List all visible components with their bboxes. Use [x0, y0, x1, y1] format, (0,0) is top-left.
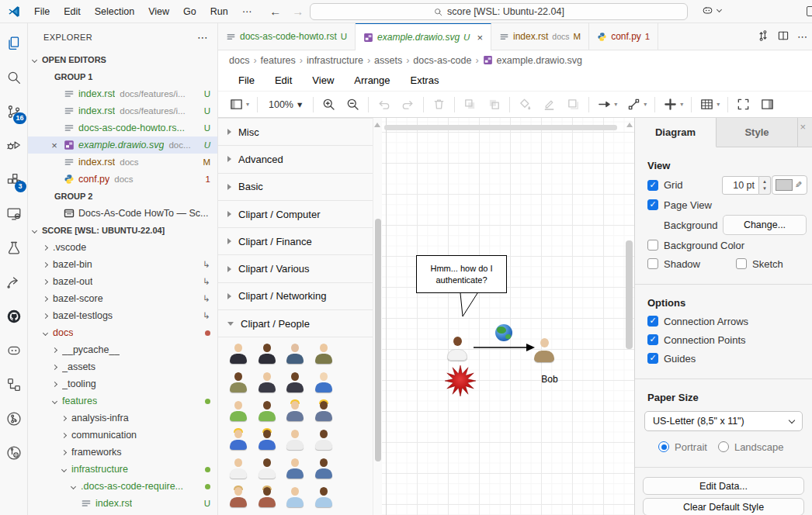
grid-size-input[interactable]: 10 pt [722, 176, 759, 195]
tree-item-communication[interactable]: communication [28, 427, 217, 444]
activity-source-control[interactable]: 16 [0, 95, 28, 129]
zoom-level-dropdown[interactable]: 100%▾ [261, 99, 310, 110]
landscape-radio[interactable] [718, 441, 729, 452]
menubar-item-go[interactable]: Go [176, 3, 203, 20]
people-shape-1[interactable] [258, 344, 276, 364]
back-arrow-icon[interactable]: ← [269, 5, 281, 18]
menubar-item-file[interactable]: File [27, 3, 57, 20]
drawio-menu-view[interactable]: View [304, 74, 342, 86]
edit-data-button[interactable]: Edit Data... [643, 477, 804, 495]
shape-section-clipartfinance[interactable]: Clipart / Finance [218, 228, 373, 255]
people-shape-9[interactable] [258, 401, 276, 421]
shape-section-clipartvarious[interactable]: Clipart / Various [218, 255, 373, 282]
connection-points-checkbox[interactable] [647, 334, 658, 345]
grid-color-button[interactable]: ✎ [772, 175, 807, 195]
shape-section-advanced[interactable]: Advanced [218, 146, 373, 173]
tree-item-docs[interactable]: docs [28, 324, 217, 341]
open-editor-item[interactable]: Docs-As-Code HowTo — Sc... [28, 205, 217, 222]
woman-figure-shape[interactable] [447, 337, 467, 361]
layout-toggle-icon[interactable] [807, 6, 812, 16]
activity-files[interactable] [0, 26, 28, 60]
fullscreen-button[interactable] [731, 95, 755, 115]
command-search-input[interactable]: score [WSL: Ubuntu-22.04] [310, 3, 688, 20]
change-background-button[interactable]: Change... [723, 215, 807, 235]
paper-size-select[interactable]: US-Letter (8,5" x 11") [644, 411, 803, 431]
breadcrumb-item[interactable]: features [261, 55, 296, 66]
breadcrumb-item[interactable]: docs [229, 55, 249, 66]
table-button[interactable]: ▾ [695, 95, 724, 115]
scrollbar-thumb[interactable] [626, 240, 633, 349]
open-editor-item[interactable]: docs-as-code-howto.rs...U [28, 119, 217, 137]
people-shape-13[interactable] [258, 430, 276, 450]
open-editor-item[interactable]: index.rstdocs/features/i...U [28, 102, 217, 119]
to-back-button[interactable] [482, 95, 506, 115]
drawio-menu-extras[interactable]: Extras [402, 74, 448, 86]
tree-item-features[interactable]: features [28, 392, 217, 410]
people-shape-21[interactable] [258, 487, 276, 507]
split-editor-button[interactable] [777, 29, 789, 44]
close-icon[interactable]: × [49, 140, 60, 151]
open-editor-item[interactable]: index.rstdocsM [28, 154, 217, 171]
tree-item-indexrst[interactable]: index.rstU [28, 495, 217, 512]
canvas-vscrollbar[interactable] [625, 118, 633, 515]
tree-item-bazelbin[interactable]: bazel-bin↳ [28, 256, 217, 273]
tab-exampledrawiosvg[interactable]: example.drawio.svgU× [356, 23, 491, 50]
activity-search[interactable] [0, 60, 28, 95]
close-icon[interactable]: × [477, 32, 483, 43]
page-view-button[interactable]: ▾ [224, 95, 254, 115]
scroll-up-icon[interactable] [374, 123, 380, 127]
copilot-menu-button[interactable] [701, 4, 721, 17]
fill-color-button[interactable] [513, 95, 537, 115]
people-shape-7[interactable] [314, 372, 333, 392]
canvas-hscrollbar-thumb[interactable] [384, 125, 617, 130]
breadcrumb-item[interactable]: infrastructure [307, 55, 363, 66]
activity-remote-explorer[interactable] [0, 197, 28, 231]
menubar-item-edit[interactable]: Edit [57, 3, 88, 20]
menubar-item-selection[interactable]: Selection [88, 3, 141, 20]
shape-section-clipartpeople[interactable]: Clipart / People [218, 310, 373, 337]
people-shape-23[interactable] [314, 487, 333, 507]
people-shape-2[interactable] [286, 344, 304, 364]
shape-section-basic[interactable]: Basic [218, 174, 373, 201]
activity-github[interactable] [0, 299, 28, 334]
globe-shape[interactable] [495, 324, 512, 341]
people-shape-4[interactable] [229, 372, 248, 392]
breadcrumb-item[interactable]: docs-as-code [413, 55, 471, 66]
activity-testing[interactable] [0, 231, 28, 265]
tab-diagram[interactable]: Diagram [635, 118, 717, 147]
more-actions-icon[interactable]: ⋯ [197, 31, 208, 43]
drawio-menu-file[interactable]: File [230, 74, 263, 86]
redo-button[interactable] [396, 95, 420, 115]
tree-item-bazelscore[interactable]: bazel-score↳ [28, 290, 217, 307]
workspace-section-header[interactable]: SCORE [WSL: UBUNTU-22.04] [28, 222, 217, 239]
waypoints-button[interactable]: ▾ [622, 95, 651, 115]
shape-section-clipartcomputer[interactable]: Clipart / Computer [218, 201, 373, 228]
activity-git-circle[interactable] [0, 402, 28, 436]
shape-section-clipartnetworking[interactable]: Clipart / Networking [218, 283, 373, 310]
tree-item-pycache[interactable]: __pycache__ [28, 341, 217, 358]
people-shape-8[interactable] [229, 401, 248, 421]
breadcrumb-item[interactable]: assets [374, 55, 402, 66]
menubar-item-run[interactable]: Run [203, 3, 235, 20]
tree-item-vscode[interactable]: .vscode [28, 239, 217, 256]
tab-docsascodehowtorst[interactable]: docs-as-code-howto.rstU [218, 23, 356, 50]
people-shape-22[interactable] [286, 487, 304, 507]
open-editor-item[interactable]: conf.pydocs1 [28, 171, 217, 188]
zoom-in-button[interactable] [317, 95, 341, 115]
tree-item-bazelout[interactable]: bazel-out↳ [28, 273, 217, 290]
tree-item-tooling[interactable]: _tooling [28, 375, 217, 392]
menubar-item-[interactable]: ⋯ [235, 3, 259, 20]
drawio-menu-arrange[interactable]: Arrange [345, 74, 398, 86]
people-shape-17[interactable] [258, 458, 276, 479]
clear-default-style-button[interactable]: Clear Default Style [643, 498, 804, 515]
speech-bubble-shape[interactable]: Hmm... how do I authenticate? [416, 255, 507, 293]
to-front-button[interactable] [458, 95, 482, 115]
diagram-canvas[interactable]: Hmm... how do I authenticate? [382, 118, 634, 515]
background-color-checkbox[interactable] [647, 240, 658, 251]
close-icon[interactable]: × [800, 118, 812, 147]
spinner-down-icon[interactable]: ▼ [762, 185, 767, 192]
activity-hierarchy[interactable] [0, 368, 28, 402]
tab-style[interactable]: Style [717, 118, 798, 147]
open-editors-header[interactable]: OPEN EDITORS [28, 51, 217, 68]
connection-button[interactable]: ▾ [592, 95, 622, 115]
